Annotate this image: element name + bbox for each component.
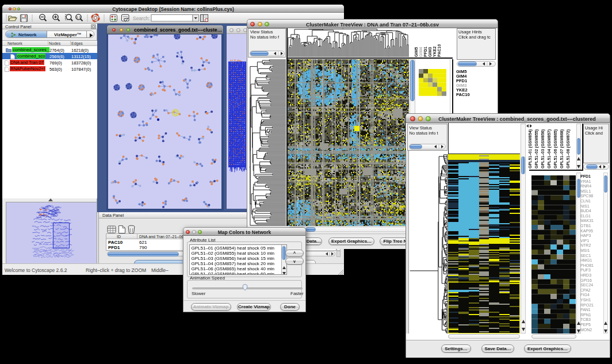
svg-text:Search:: Search: — [133, 16, 150, 21]
svg-text:1:1: 1:1 — [76, 16, 81, 19]
